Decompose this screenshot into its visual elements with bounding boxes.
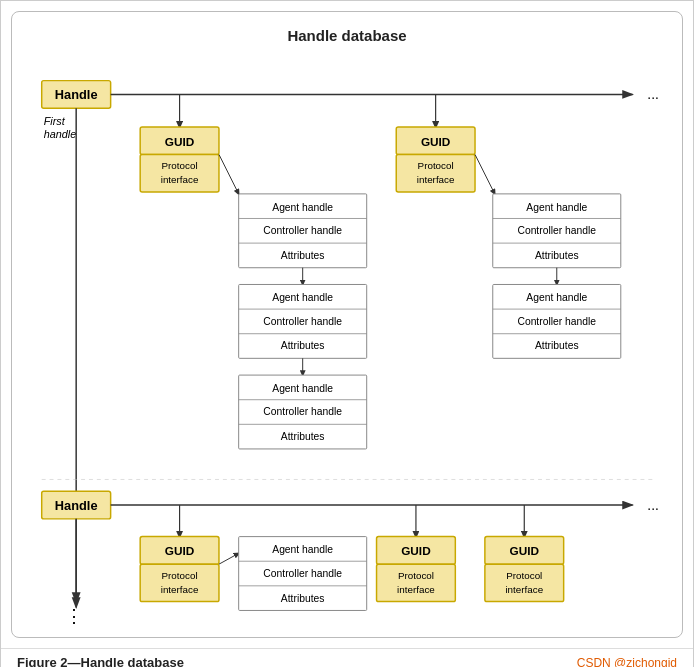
data4-agent: Agent handle — [526, 202, 587, 213]
data3-agent: Agent handle — [272, 383, 333, 394]
guid-label-1: GUID — [165, 135, 195, 149]
first-handle-label2: handle — [44, 128, 77, 140]
data5-agent: Agent handle — [526, 292, 587, 303]
figure-caption: Figure 2—Handle database CSDN @zichongid — [1, 648, 693, 667]
guid1-arrow — [219, 154, 239, 193]
guid2-arrow — [475, 154, 495, 193]
data1-agent: Agent handle — [272, 202, 333, 213]
data6-controller: Controller handle — [263, 568, 342, 579]
ellipsis-1: ... — [647, 87, 658, 102]
guid-label-5: GUID — [510, 544, 540, 558]
guid-label-4: GUID — [401, 544, 431, 558]
diagram-container: Handle database Handle ... First handle … — [11, 11, 683, 638]
watermark: CSDN @zichongid — [577, 656, 677, 667]
protocol-5b: interface — [505, 584, 543, 595]
data1-controller: Controller handle — [263, 225, 342, 236]
handle-label-2: Handle — [55, 498, 98, 513]
data6-attributes: Attributes — [281, 593, 325, 604]
protocol-1b: interface — [161, 174, 199, 185]
handle-label-1: Handle — [55, 87, 98, 102]
protocol-3a: Protocol — [162, 570, 198, 581]
protocol-2b: interface — [417, 174, 455, 185]
protocol-3b: interface — [161, 584, 199, 595]
data6-agent: Agent handle — [272, 544, 333, 555]
data4-controller: Controller handle — [517, 225, 596, 236]
data5-attributes: Attributes — [535, 340, 579, 351]
data2-attributes: Attributes — [281, 340, 325, 351]
protocol-4b: interface — [397, 584, 435, 595]
caption-text: Figure 2—Handle database — [17, 655, 184, 667]
data3-attributes: Attributes — [281, 431, 325, 442]
data4-attributes: Attributes — [535, 250, 579, 261]
data2-controller: Controller handle — [263, 316, 342, 327]
guid3-arrow — [219, 553, 239, 564]
protocol-2a: Protocol — [418, 160, 454, 171]
data2-agent: Agent handle — [272, 292, 333, 303]
guid-label-2: GUID — [421, 135, 451, 149]
data1-attributes: Attributes — [281, 250, 325, 261]
diagram-title: Handle database — [22, 27, 672, 44]
protocol-1a: Protocol — [162, 160, 198, 171]
ellipsis-vertical: ⋮ — [65, 606, 83, 626]
protocol-4a: Protocol — [398, 570, 434, 581]
first-handle-label: First — [44, 115, 66, 127]
data5-controller: Controller handle — [517, 316, 596, 327]
guid-label-3: GUID — [165, 544, 195, 558]
ellipsis-2: ... — [647, 498, 658, 513]
diagram-svg: Handle ... First handle GUID Protocol in… — [22, 56, 672, 627]
data3-controller: Controller handle — [263, 406, 342, 417]
protocol-5a: Protocol — [506, 570, 542, 581]
